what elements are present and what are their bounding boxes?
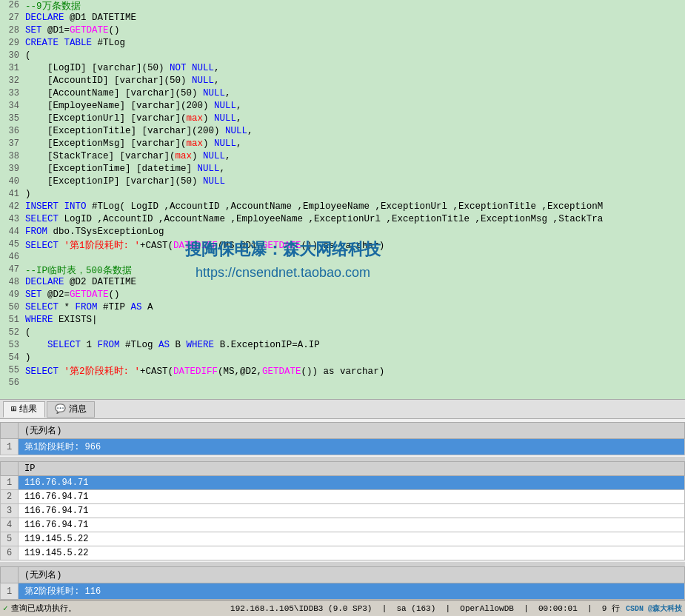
- row-number: 1: [1, 476, 19, 490]
- table-row: 1 第1阶段耗时: 966: [1, 439, 685, 455]
- code-line: 54 ): [0, 352, 675, 365]
- result-cell: 第2阶段耗时: 116: [19, 583, 685, 600]
- code-line: 29 CREATE TABLE #TLog: [0, 38, 675, 50]
- col-nocolname-header: (无列名): [19, 423, 685, 439]
- table-row: 1 116.76.94.71: [1, 476, 685, 490]
- code-line: 47 --IP临时表，500条数据: [0, 264, 675, 277]
- result-block-1: (无列名) 1 第1阶段耗时: 966: [0, 422, 685, 455]
- status-user: sa (163): [396, 604, 435, 613]
- horizontal-scrollbar[interactable]: [0, 399, 685, 400]
- brand-label: CSDN @森大科技: [626, 603, 682, 614]
- result-block-3: (无列名) 1 第2阶段耗时: 116: [0, 566, 685, 600]
- result-cell: 116.76.94.71: [19, 476, 685, 490]
- code-line: 38 [StackTrace] [varchar](max) NULL,: [0, 151, 675, 164]
- table-row: 3 116.76.94.71: [1, 504, 685, 518]
- result-cell: 119.145.5.22: [19, 532, 685, 546]
- status-bar: ✓ 查询已成功执行。 192.168.1.105\IDDB3 (9.0 SP3)…: [0, 600, 685, 616]
- result-cell: 116.76.94.71: [19, 490, 685, 504]
- code-line: 46: [0, 252, 675, 264]
- status-server: 192.168.1.105\IDDB3 (9.0 SP3) | sa (163)…: [230, 603, 620, 614]
- table-row: 2 116.76.94.71: [1, 490, 685, 504]
- code-line: 37 [ExceptionMsg] [varchar](max) NULL,: [0, 138, 675, 151]
- col-rownum-header-2: [1, 462, 19, 476]
- table-row: 6 119.145.5.22: [1, 546, 685, 560]
- code-line: 55 SELECT '第2阶段耗时: '+CAST(DATEDIFF(MS,@D…: [0, 365, 675, 378]
- code-scroll[interactable]: 26 --9万条数据 27 DECLARE @D1 DATETIME 28 SE…: [0, 0, 685, 399]
- check-icon: ✓: [3, 603, 8, 613]
- code-line: 42 INSERT INTO #TLog( LogID ,AccountID ,…: [0, 201, 675, 214]
- table-row: 5 119.145.5.22: [1, 532, 685, 546]
- server-address: 192.168.1.105\IDDB3 (9.0 SP3): [230, 604, 372, 613]
- row-number: 2: [1, 490, 19, 504]
- code-line: 53 SELECT 1 FROM #TLog AS B WHERE B.Exce…: [0, 340, 675, 352]
- code-line: 49 SET @D2=GETDATE(): [0, 289, 675, 302]
- code-line: 34 [EmployeeName] [varchar](200) NULL,: [0, 101, 675, 113]
- code-line: 33 [AccountName] [varchar](50) NULL,: [0, 88, 675, 101]
- code-editor[interactable]: 26 --9万条数据 27 DECLARE @D1 DATETIME 28 SE…: [0, 0, 685, 400]
- row-number: 3: [1, 504, 19, 518]
- status-message: 查询已成功执行。: [11, 603, 224, 614]
- result-table-3: (无列名) 1 第2阶段耗时: 116: [0, 566, 685, 600]
- tab-messages[interactable]: 💬 消息: [47, 401, 95, 418]
- table-row: 4 116.76.94.71: [1, 518, 685, 532]
- code-line: 28 SET @D1=GETDATE(): [0, 25, 675, 38]
- code-line: 30 (: [0, 50, 675, 63]
- result-cell: 119.145.5.22: [19, 546, 685, 560]
- col-nocolname-header-3: (无列名): [19, 567, 685, 583]
- chat-icon: 💬: [55, 404, 66, 415]
- code-line: 41 ): [0, 189, 675, 201]
- code-line: 56: [0, 378, 675, 390]
- code-line: 35 [ExceptionUrl] [varchar](max) NULL,: [0, 113, 675, 126]
- code-line: 39 [ExceptionTime] [datetime] NULL,: [0, 164, 675, 176]
- grid-icon: ⊞: [11, 404, 16, 415]
- code-line: 51 WHERE EXISTS|: [0, 315, 675, 327]
- code-line: 48 DECLARE @D2 DATETIME: [0, 277, 675, 289]
- code-line: 31 [LogID] [varchar](50) NOT NULL,: [0, 63, 675, 76]
- code-line: 50 SELECT * FROM #TIP AS A: [0, 302, 675, 315]
- tab-results-label: 结果: [19, 403, 37, 415]
- col-ip-header: IP: [19, 462, 685, 476]
- status-rows: 9 行: [602, 604, 620, 613]
- result-cell: 116.76.94.71: [19, 504, 685, 518]
- result-table-1: (无列名) 1 第1阶段耗时: 966: [0, 422, 685, 455]
- col-rownum-header: [1, 423, 19, 439]
- code-line: 40 [ExceptionIP] [varchar](50) NULL: [0, 176, 675, 189]
- result-cell: 第1阶段耗时: 966: [19, 439, 685, 455]
- row-number: 1: [1, 439, 19, 455]
- tabs-row: ⊞ 结果 💬 消息: [0, 400, 685, 419]
- code-line: 26 --9万条数据: [0, 0, 675, 13]
- row-number: 4: [1, 518, 19, 532]
- result-block-2: IP 1 116.76.94.71 2 116.76.94.71 3 116.7…: [0, 461, 685, 560]
- status-time: 00:00:01: [538, 604, 578, 613]
- results-area: ⊞ 结果 💬 消息 (无列名) 1 第1阶段耗时: 966: [0, 400, 685, 600]
- code-line: 45 SELECT '第1阶段耗时: '+CAST(DATEDIFF(MS,@D…: [0, 239, 675, 252]
- table-row: 1 第2阶段耗时: 116: [1, 583, 685, 600]
- code-line: 32 [AccountID] [varchar](50) NULL,: [0, 76, 675, 88]
- code-line: 27 DECLARE @D1 DATETIME: [0, 13, 675, 25]
- col-rownum-header-3: [1, 567, 19, 583]
- code-line: 36 [ExceptionTitle] [varchar](200) NULL,: [0, 126, 675, 138]
- code-lines: 26 --9万条数据 27 DECLARE @D1 DATETIME 28 SE…: [0, 0, 675, 390]
- result-cell: 116.76.94.71: [19, 518, 685, 532]
- row-number: 1: [1, 583, 19, 600]
- status-db: OperAllowDB: [460, 604, 514, 613]
- tab-results[interactable]: ⊞ 结果: [3, 401, 45, 418]
- results-panels[interactable]: (无列名) 1 第1阶段耗时: 966 IP: [0, 419, 685, 600]
- tab-messages-label: 消息: [69, 403, 87, 415]
- row-number: 5: [1, 532, 19, 546]
- code-line: 52 (: [0, 327, 675, 340]
- result-table-2: IP 1 116.76.94.71 2 116.76.94.71 3 116.7…: [0, 461, 685, 560]
- code-line: 44 FROM dbo.TSysExceptionLog: [0, 227, 675, 239]
- code-line: 43 SELECT LogID ,AccountID ,AccountName …: [0, 214, 675, 227]
- row-number: 6: [1, 546, 19, 560]
